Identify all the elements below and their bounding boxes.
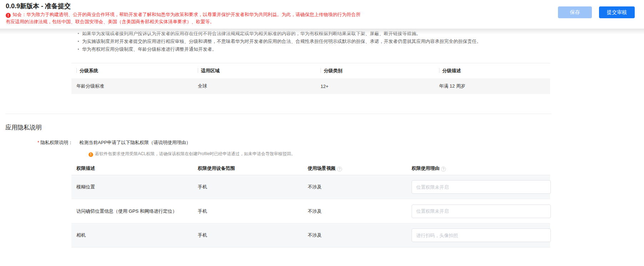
list-item: 华为有权对应用分级制度、年龄分级标准进行调整并通知开发者。 <box>78 46 553 53</box>
usage-reason-input[interactable] <box>412 205 551 218</box>
legal-notice-text: 知会：华为致力于构建透明、公开的商业合作环境，帮助开发者了解和知悉华为政策和要求… <box>6 12 361 24</box>
alert-circle-icon: ! <box>6 13 11 18</box>
cell-scenario-video: 不涉及 <box>303 208 407 215</box>
column-header-rating-category: 分级类别 <box>316 68 434 74</box>
help-question-icon[interactable]: ? <box>337 167 342 172</box>
usage-reason-input[interactable] <box>412 180 551 194</box>
cell-scenario-video: 不涉及 <box>303 232 407 238</box>
bullet-square-icon <box>78 49 79 50</box>
cell-permission: 相机 <box>71 232 193 239</box>
column-header-permission: 权限描述 <box>71 165 193 172</box>
cell-rating-description: 年满 12 周岁 <box>434 83 550 89</box>
column-header-rating-description: 分级描述 <box>434 68 550 74</box>
column-header-usage-reason: 权限使用理由? <box>407 165 550 172</box>
bullet-square-icon <box>78 33 79 34</box>
acl-warning-text: 若软件包要求使用受限ACL权限，请确保该权限在创建Profile时已经申请通过，… <box>95 151 295 156</box>
age-rating-table: 分级系统 适用区域 分级类别 分级描述 年龄分级标准 全球 12+ 年满 12 … <box>71 63 550 94</box>
legal-notice: !知会：华为致力于构建透明、公开的商业合作环境，帮助开发者了解和知悉华为政策和要… <box>6 11 363 25</box>
cell-usage-reason <box>407 228 550 242</box>
submit-review-button[interactable]: 提交审核 <box>599 6 635 18</box>
column-header-scenario-video: 使用场景视频? <box>303 165 407 172</box>
cell-scenario-video: 不涉及 <box>303 184 407 190</box>
table-header-row: 权限描述 权限使用设备范围 使用场景视频? 权限使用理由? <box>71 162 550 175</box>
required-asterisk: * <box>37 140 39 145</box>
column-header-device-scope: 权限使用设备范围 <box>193 165 303 172</box>
table-header-row: 分级系统 适用区域 分级类别 分级描述 <box>71 63 550 78</box>
column-header-region: 适用区域 <box>193 68 316 74</box>
disclaimer-text: 华为有权对应用分级制度、年龄分级标准进行调整并通知开发者。 <box>82 46 217 52</box>
acl-warning: !若软件包要求使用受限ACL权限，请确保该权限在创建Profile时已经申请通过… <box>89 151 295 157</box>
page-header: 0.0.9新版本 - 准备提交 !知会：华为致力于构建透明、公开的商业合作环境，… <box>0 0 644 29</box>
table-row: 年龄分级标准 全球 12+ 年满 12 周岁 <box>71 78 550 94</box>
disclaimer-text: 为实施该制度并对开发者提交的应用进行相应审核、分级和调整，不意味着华为对开发者的… <box>82 39 481 44</box>
page-title: 0.0.9新版本 - 准备提交 <box>6 2 71 10</box>
list-item: 为实施该制度并对开发者提交的应用进行相应审核、分级和调整，不意味着华为对开发者的… <box>78 38 553 45</box>
rating-disclaimer-list: 如果华为发现或者接到用户投诉认为开发者的应用存在任何不符合法律法规规定或华为相关… <box>78 33 553 54</box>
cell-permission: 访问确切位置信息（使用 GPS 和网络进行定位） <box>71 208 193 215</box>
header-text: 使用场景视频 <box>308 166 336 171</box>
table-row: 访问确切位置信息（使用 GPS 和网络进行定位） 手机 不涉及 <box>71 199 550 223</box>
header-text: 权限使用理由 <box>412 166 439 171</box>
table-row: 模糊位置 手机 不涉及 <box>71 175 550 199</box>
list-item: 如果华为发现或者接到用户投诉认为开发者的应用存在任何不符合法律法规规定或华为相关… <box>78 30 553 37</box>
cell-usage-reason <box>407 205 550 218</box>
cell-device-scope: 手机 <box>193 184 303 190</box>
column-header-rating-system: 分级系统 <box>71 68 193 74</box>
disclaimer-text: 如果华为发现或者接到用户投诉认为开发者的应用存在任何不符合法律法规规定或华为相关… <box>82 31 421 36</box>
cell-rating-category: 12+ <box>316 84 434 89</box>
cell-usage-reason <box>407 180 550 194</box>
version-submission-page: 0.0.9新版本 - 准备提交 !知会：华为致力于构建透明、公开的商业合作环境，… <box>0 0 644 266</box>
section-divider <box>5 114 552 114</box>
warning-circle-icon: ! <box>89 152 93 157</box>
cell-region: 全球 <box>193 83 316 89</box>
privacy-permission-description: 检测当前APP申请了以下隐私权限（请说明使用理由） <box>79 140 191 145</box>
privacy-permission-label: 隐私权限说明： <box>40 140 73 145</box>
privacy-permission-form-row: *隐私权限说明：检测当前APP申请了以下隐私权限（请说明使用理由） <box>37 139 191 146</box>
privacy-section-title: 应用隐私说明 <box>5 123 42 132</box>
cell-permission: 模糊位置 <box>71 183 193 191</box>
help-question-icon[interactable]: ? <box>441 167 446 172</box>
table-row: 相机 手机 不涉及 <box>71 223 550 247</box>
save-button[interactable]: 保存 <box>558 6 592 18</box>
cell-device-scope: 手机 <box>193 208 303 215</box>
usage-reason-input[interactable] <box>412 228 551 242</box>
cell-rating-system: 年龄分级标准 <box>71 83 193 89</box>
cell-device-scope: 手机 <box>193 232 303 238</box>
bullet-square-icon <box>78 41 79 42</box>
permissions-table: 权限描述 权限使用设备范围 使用场景视频? 权限使用理由? 模糊位置 手机 不涉… <box>71 162 550 247</box>
